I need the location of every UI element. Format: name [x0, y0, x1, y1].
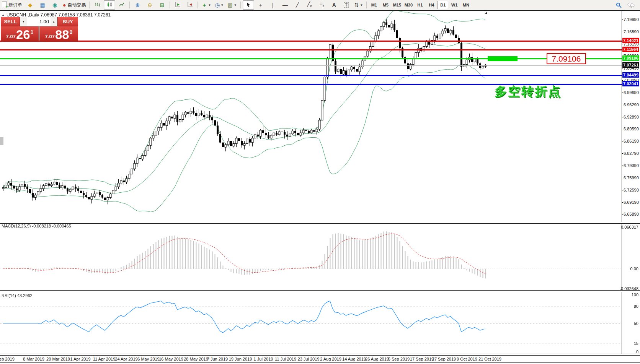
price-tick-label: 6.65890	[624, 212, 639, 216]
candlestick-chart-button[interactable]	[104, 0, 115, 10]
date-tick-label: 14 Aug 2019	[342, 357, 366, 361]
templates-button[interactable]: ▨▼	[226, 0, 238, 10]
chevron-down-icon[interactable]: ▼	[360, 3, 363, 7]
level-line-7.07261[interactable]	[0, 65, 622, 66]
collapse-arrow-icon[interactable]: ▲	[2, 13, 5, 17]
navigator-button[interactable]: ◉	[49, 0, 60, 10]
price-tick-label: 6.79390	[624, 163, 639, 168]
volume-stepper: ▼ 1.00 ▲	[20, 17, 57, 26]
sell-price-big: 26	[16, 29, 30, 41]
sell-button[interactable]: SELL	[1, 17, 20, 26]
chat-bubbles-icon	[627, 2, 635, 8]
level-line-7.09106[interactable]	[0, 58, 622, 59]
timeframe-h1-button[interactable]: H1	[415, 1, 425, 9]
price-tick-mark	[622, 178, 623, 178]
green-rectangle-annotation[interactable]	[488, 56, 518, 61]
crosshair-button[interactable]: ＋	[255, 0, 266, 10]
horizontal-line-icon: —	[282, 2, 288, 8]
bar-chart-button[interactable]	[91, 0, 103, 10]
templates-icon: ▨	[228, 2, 233, 8]
price-tick-label: 6.69190	[624, 200, 639, 205]
zoom-in-button[interactable]: ⊕	[132, 0, 143, 10]
timeframe-m30-button[interactable]: M30	[403, 1, 414, 9]
timeframe-m15-button[interactable]: M15	[392, 1, 402, 9]
auto-scroll-button[interactable]	[172, 0, 183, 10]
price-tick-mark	[622, 68, 623, 68]
zoom-out-button[interactable]: ⊖	[144, 0, 155, 10]
indicators-button[interactable]: ＋▼	[200, 0, 212, 10]
timeframe-mn-button[interactable]: MN	[460, 1, 471, 9]
periods-icon: ◷	[215, 2, 219, 8]
text-button[interactable]: A	[328, 0, 340, 10]
timeframe-w1-button[interactable]: W1	[449, 1, 460, 9]
rsi-tick-label: 50	[634, 321, 638, 326]
level-line-7.14021[interactable]	[0, 41, 622, 42]
chevron-down-icon[interactable]: ▼	[208, 3, 211, 7]
vertical-line-button[interactable]: ｜	[267, 0, 279, 10]
buy-price-sup: 0	[70, 29, 73, 35]
price-axis[interactable]: 7.199907.165907.131907.098907.064907.030…	[622, 11, 640, 354]
line-chart-button[interactable]	[116, 0, 127, 10]
price-callout-box[interactable]: 7.09106	[547, 53, 586, 64]
equidistant-channel-icon: ╱E	[307, 1, 312, 9]
volume-decrease-button[interactable]: ▼	[20, 17, 27, 26]
price-tick-mark	[622, 129, 623, 129]
chevron-down-icon[interactable]: ▼	[221, 3, 224, 7]
rsi-canvas[interactable]	[0, 292, 622, 354]
fibonacci-button[interactable]: ≡F	[316, 0, 328, 10]
crosshair-icon: ＋	[258, 2, 263, 8]
auto-trading-icon: ●	[63, 2, 66, 8]
date-tick-label: 11 Apr 2019	[93, 357, 116, 361]
price-tick-mark	[622, 141, 623, 141]
text-label-button[interactable]: T	[341, 0, 352, 10]
chart-shift-button[interactable]	[184, 0, 196, 10]
price-tick-label: 6.89590	[624, 127, 639, 131]
macd-panel-separator[interactable]	[0, 222, 640, 224]
fibonacci-icon: ≡F	[319, 1, 324, 9]
price-tick-mark	[622, 20, 623, 20]
sell-price-display[interactable]: 7.07 26 1	[1, 26, 39, 41]
level-line-7.11564[interactable]	[0, 49, 622, 50]
chinese-annotation[interactable]: 多空转折点	[495, 83, 562, 100]
buy-price-small: 7.07	[45, 34, 55, 39]
timeframe-d1-button[interactable]: D1	[438, 1, 448, 9]
buy-price-display[interactable]: 7.07 88 0	[39, 26, 78, 41]
timeframe-m5-button[interactable]: M5	[380, 1, 391, 9]
cursor-button[interactable]	[243, 0, 254, 10]
price-chart-canvas[interactable]	[0, 11, 622, 222]
volume-input[interactable]: 1.00	[27, 17, 51, 26]
price-tick-label: 6.96290	[624, 102, 639, 107]
trendline-button[interactable]: ╱	[292, 0, 303, 10]
date-axis[interactable]: 6 Feb 20198 Mar 201920 Mar 20191 Apr 201…	[0, 355, 640, 363]
timeframe-h4-button[interactable]: H4	[426, 1, 437, 9]
horizontal-line-button[interactable]: —	[279, 0, 291, 10]
search-button[interactable]	[613, 0, 624, 10]
level-badge-7.04499: 7.04499	[622, 72, 639, 78]
price-tick-label: 6.75990	[624, 176, 639, 180]
new-order-button[interactable]: +新订单	[0, 0, 24, 10]
macd-canvas[interactable]	[0, 223, 622, 290]
toolbar-separator	[240, 2, 241, 8]
date-tick-label: 6 Feb 2019	[0, 357, 15, 361]
equidistant-channel-button[interactable]: ╱E	[304, 0, 315, 10]
bar-chart-icon	[95, 2, 100, 8]
chart-window[interactable]: 7.199907.165907.131907.098907.064907.030…	[0, 11, 640, 364]
level-line-7.04499[interactable]	[0, 75, 622, 76]
auto-trading-button[interactable]: ●自动交易	[61, 0, 87, 10]
date-tick-label: 1 Apr 2019	[70, 357, 90, 361]
level-badge-7.14021: 7.14021	[622, 38, 639, 43]
text-label-icon: T	[344, 2, 349, 8]
timeframe-m1-button[interactable]: M1	[369, 1, 379, 9]
tile-windows-button[interactable]: ⊞	[156, 0, 168, 10]
arrows-button[interactable]: ⇅▼	[353, 0, 365, 10]
volume-increase-button[interactable]: ▲	[51, 17, 57, 26]
chevron-down-icon[interactable]: ▼	[234, 3, 237, 7]
buy-button[interactable]: BUY	[57, 17, 78, 26]
scroll-to-end-icon[interactable]: ▲	[485, 11, 488, 15]
periods-button[interactable]: ◷▼	[213, 0, 225, 10]
market-watch-button[interactable]: ◆	[24, 0, 36, 10]
rsi-tick-label: 80	[634, 304, 638, 309]
chat-button[interactable]	[625, 0, 637, 10]
data-window-button[interactable]: ▦	[37, 0, 48, 10]
rsi-panel-separator[interactable]	[0, 290, 640, 292]
